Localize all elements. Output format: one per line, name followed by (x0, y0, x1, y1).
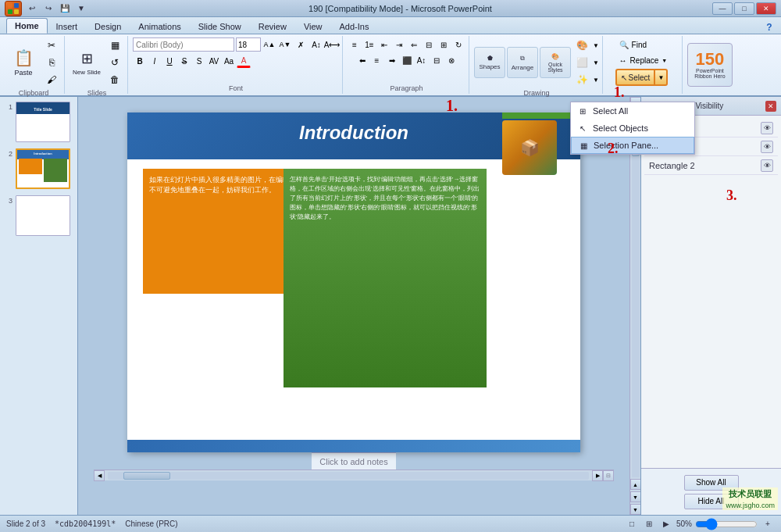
change-case-button[interactable]: Aa (222, 54, 236, 68)
font-color-button[interactable]: A (237, 54, 251, 68)
clear-format-button[interactable]: ✗ (294, 37, 308, 52)
tab-insert[interactable]: Insert (48, 18, 87, 34)
delete-button[interactable]: 🗑 (105, 72, 124, 87)
copy-button[interactable]: ⎘ (42, 55, 61, 70)
layout-button[interactable]: ▦ (105, 37, 124, 53)
text-direction2-button[interactable]: A↕ (415, 53, 429, 67)
h-scroll-right-button[interactable]: ▶ (592, 470, 603, 481)
help-button[interactable]: ? (762, 21, 776, 34)
arrange-button[interactable]: ⧉ Arrange (507, 47, 538, 78)
title-text: 190 [Compatibility Mode] - Microsoft Pow… (88, 4, 712, 13)
new-slide-button[interactable]: ⊞ New Slide (70, 41, 104, 84)
tab-home[interactable]: Home (6, 18, 48, 34)
notes-bar[interactable]: Click to add notes (312, 452, 395, 470)
h-scroll-track[interactable] (108, 472, 589, 480)
increase-indent-button[interactable]: ⇥ (392, 37, 406, 52)
menu-item-select-objects[interactable]: ↖ Select Objects (571, 120, 694, 137)
shadow-button[interactable]: S (192, 54, 206, 68)
format-painter-button[interactable]: 🖌 (42, 72, 61, 87)
scroll-track[interactable] (632, 108, 640, 477)
slide-image-1[interactable]: Title Slide (16, 102, 70, 142)
align-text-button[interactable]: ⊟ (430, 53, 444, 67)
slide-thumb-2[interactable]: 2 Introduction (3, 147, 74, 191)
undo-button[interactable]: ↩ (25, 2, 39, 15)
zoom-in-button[interactable]: + (761, 518, 775, 530)
align-center-button[interactable]: ≡ (370, 53, 384, 67)
minimize-button[interactable]: — (712, 2, 733, 15)
maximize-button[interactable]: □ (734, 2, 754, 15)
select-dropdown-button[interactable]: ▼ (654, 69, 668, 86)
shape-fill-button[interactable]: 🎨 (572, 37, 591, 53)
underline-button[interactable]: U (162, 54, 177, 68)
char-spacing2-button[interactable]: AV (207, 54, 221, 68)
bold-button[interactable]: B (133, 54, 147, 68)
redo-button[interactable]: ↪ (41, 2, 55, 15)
replace-button[interactable]: ↔ Replace ▼ (615, 53, 672, 67)
tab-addins[interactable]: Add-Ins (331, 18, 378, 34)
tab-review[interactable]: Review (250, 18, 295, 34)
align-right-button[interactable]: ➡ (385, 53, 399, 67)
text-direction-button[interactable]: A↕ (309, 37, 323, 52)
slide-image-3[interactable] (16, 195, 70, 236)
ribbon-hero-badge[interactable]: 150 PowerPoint Ribbon Hero (687, 43, 733, 87)
char-spacing-button[interactable]: A⟷ (325, 37, 339, 52)
slideshow-button[interactable]: ▶ (659, 518, 673, 530)
font-size-up-button[interactable]: A▲ (262, 37, 276, 52)
scroll-down-button[interactable]: ▼ (630, 504, 641, 515)
strikethrough-button[interactable]: S (177, 54, 191, 68)
normal-view-button[interactable]: □ (625, 518, 639, 530)
tab-animations[interactable]: Animations (130, 18, 189, 34)
select-main-button[interactable]: ↖ Select (615, 69, 654, 86)
rtl-button[interactable]: ⇐ (407, 37, 421, 52)
shape-effects-button[interactable]: ✨ (572, 72, 591, 87)
justify-button[interactable]: ⬛ (400, 53, 414, 67)
reset-button[interactable]: ↺ (105, 55, 124, 70)
shapes-button[interactable]: ⬟ Shapes (474, 47, 505, 78)
zoom-slider[interactable] (695, 520, 758, 529)
align-left-button[interactable]: ⬅ (355, 53, 369, 67)
menu-item-selection-pane[interactable]: ▦ Selection Pane... (571, 137, 694, 154)
slide-canvas[interactable]: Introduction 📦 如果在幻灯片中插入很多精美的图片，在编辑的时候将不… (127, 112, 580, 452)
slide-sorter-button[interactable]: ⊞ (642, 518, 656, 530)
quick-styles-button[interactable]: 🎨 Quick Styles (540, 47, 571, 78)
tab-design[interactable]: Design (86, 18, 130, 34)
tab-view[interactable]: View (295, 18, 331, 34)
find-button[interactable]: 🔍 Find (615, 37, 651, 52)
slide-image-2[interactable]: Introduction (16, 148, 70, 189)
slide-thumb-3[interactable]: 3 (3, 194, 74, 237)
office-button[interactable] (5, 1, 22, 16)
textbox3-visibility-button[interactable]: 👁 (761, 141, 773, 153)
tab-slideshow[interactable]: Slide Show (190, 18, 250, 34)
scroll-next-button[interactable]: ▼ (630, 491, 641, 502)
slide-thumb-1[interactable]: 1 Title Slide (3, 100, 74, 144)
paste-button[interactable]: 📋 Paste (6, 41, 41, 84)
h-scroll-left-button[interactable]: ◀ (94, 470, 105, 481)
close-pane-button[interactable]: ✕ (765, 101, 776, 112)
smartart2-button[interactable]: ⊗ (444, 53, 458, 67)
ribbon-hero-content: 150 PowerPoint Ribbon Hero (687, 37, 733, 92)
textbox4-visibility-button[interactable]: 👁 (761, 122, 773, 134)
font-size-input[interactable] (236, 37, 261, 52)
font-size-down-button[interactable]: A▼ (278, 37, 292, 52)
shapes-icon: ⬟ (487, 55, 493, 62)
close-button[interactable]: ✕ (756, 2, 776, 15)
rectangle2-visibility-button[interactable]: 👁 (761, 159, 773, 172)
paragraph-content: ≡ 1≡ ⇤ ⇥ ⇐ ⊟ ⊞ ↻ ⬅ ≡ ➡ ⬛ A↕ ⊟ ⊗ (348, 37, 465, 83)
columns-button[interactable]: ⊟ (422, 37, 436, 52)
convert-button[interactable]: ↻ (451, 37, 465, 52)
smart-art-button[interactable]: ⊞ (437, 37, 451, 52)
scroll-prev-button[interactable]: ▲ (630, 479, 641, 490)
italic-button[interactable]: I (148, 54, 162, 68)
panel-item-rectangle2[interactable]: Rectangle 2 👁 (644, 156, 778, 175)
decrease-indent-button[interactable]: ⇤ (377, 37, 391, 52)
customize-qa-button[interactable]: ▼ (74, 2, 88, 15)
menu-item-select-all[interactable]: ⊞ Select All (571, 102, 694, 120)
cut-button[interactable]: ✂ (42, 37, 61, 53)
shape-outline-button[interactable]: ⬜ (572, 55, 591, 70)
font-name-input[interactable] (133, 37, 234, 52)
h-scroll-thumb[interactable] (123, 472, 170, 480)
slide-green-textbox[interactable]: 怎样首先单击'开始'选项卡，找到'编辑'功能组，再点击'选择'→选择窗格，在工作… (284, 169, 487, 387)
save-button[interactable]: 💾 (58, 2, 72, 15)
numbering-button[interactable]: 1≡ (362, 37, 376, 52)
bullets-button[interactable]: ≡ (348, 37, 362, 52)
